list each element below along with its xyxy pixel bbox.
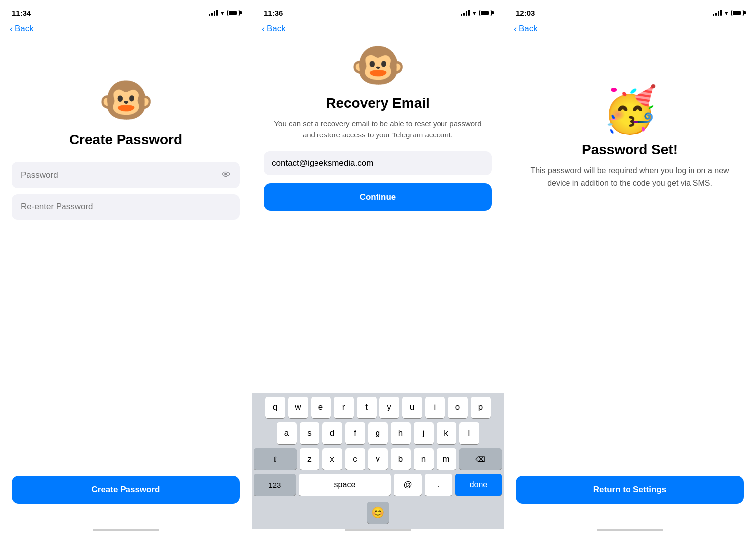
wifi-icon-3: ▾ [725, 9, 728, 17]
key-numbers[interactable]: 123 [254, 474, 296, 496]
keyboard-row-3: ⇧ z x c v b n m ⌫ [254, 448, 502, 470]
reenter-password-input[interactable] [21, 202, 231, 212]
wifi-icon-1: ▾ [221, 9, 224, 17]
status-bar-2: 11:36 ▾ [252, 0, 504, 22]
key-done[interactable]: done [455, 474, 502, 496]
battery-icon-3 [731, 10, 744, 16]
nav-bar-3: ‹ Back [504, 22, 756, 38]
screen1-create-password: 11:34 ▾ ‹ Back 🐵 Create Password 👁 Crea [0, 0, 252, 535]
key-k[interactable]: k [437, 422, 456, 444]
key-d[interactable]: d [322, 422, 342, 444]
key-e[interactable]: e [311, 397, 331, 418]
eye-icon[interactable]: 👁 [222, 170, 231, 180]
key-emoji[interactable]: 😊 [367, 502, 389, 524]
signal-icon-3 [713, 10, 722, 16]
key-n[interactable]: n [414, 448, 434, 470]
home-indicator-3 [597, 529, 663, 531]
back-label-3: Back [519, 24, 538, 34]
key-q[interactable]: q [265, 397, 285, 418]
status-bar-3: 12:03 ▾ [504, 0, 756, 22]
back-button-3[interactable]: ‹ Back [514, 24, 746, 34]
status-time-1: 11:34 [12, 9, 31, 17]
key-g[interactable]: g [368, 422, 388, 444]
key-p[interactable]: p [471, 397, 491, 418]
password-set-title: Password Set! [582, 142, 678, 158]
key-period[interactable]: . [425, 474, 452, 496]
keyboard-row-4: 123 space @ . done [254, 474, 502, 496]
status-time-3: 12:03 [516, 9, 535, 17]
monkey-emoji-2: 🐵 [350, 43, 406, 87]
recovery-email-title: Recovery Email [326, 95, 430, 111]
key-backspace[interactable]: ⌫ [459, 448, 502, 470]
key-m[interactable]: m [437, 448, 456, 470]
password-input[interactable] [21, 170, 222, 180]
home-indicator-1 [93, 529, 159, 531]
screen1-main-content: 🐵 Create Password 👁 Create Password [0, 38, 252, 529]
wifi-icon-2: ▾ [473, 9, 476, 17]
key-j[interactable]: j [414, 422, 434, 444]
key-f[interactable]: f [345, 422, 365, 444]
key-x[interactable]: x [322, 448, 342, 470]
status-icons-3: ▾ [713, 9, 744, 17]
recovery-email-description: You can set a recovery email to be able … [264, 118, 492, 140]
key-shift[interactable]: ⇧ [254, 448, 297, 470]
keyboard-row-1: q w e r t y u i o p [254, 397, 502, 418]
key-r[interactable]: r [334, 397, 354, 418]
nav-bar-1: ‹ Back [0, 22, 252, 38]
key-v[interactable]: v [368, 448, 388, 470]
key-w[interactable]: w [288, 397, 308, 418]
keyboard-bottom-row: 😊 [254, 500, 502, 527]
back-button-2[interactable]: ‹ Back [262, 24, 494, 34]
status-icons-1: ▾ [209, 9, 240, 17]
signal-icon-1 [209, 10, 218, 16]
screen2-main-content: 🐵 Recovery Email You can set a recovery … [252, 38, 504, 393]
email-input-field[interactable] [264, 151, 492, 175]
battery-icon-1 [227, 10, 240, 16]
keyboard: q w e r t y u i o p a s d f g h j k l ⇧ … [252, 393, 504, 529]
key-l[interactable]: l [459, 422, 479, 444]
back-label-1: Back [15, 24, 34, 34]
nav-bar-2: ‹ Back [252, 22, 504, 38]
home-indicator-2 [345, 529, 411, 531]
back-button-1[interactable]: ‹ Back [10, 24, 242, 34]
screen3-main-content: 🥳 Password Set! This password will be re… [504, 38, 756, 529]
key-i[interactable]: i [425, 397, 445, 418]
create-password-button[interactable]: Create Password [12, 476, 240, 504]
continue-button[interactable]: Continue [264, 183, 492, 211]
key-c[interactable]: c [345, 448, 365, 470]
key-u[interactable]: u [402, 397, 422, 418]
screen3-password-set: 12:03 ▾ ‹ Back 🥳 Password Set! This pass… [504, 0, 756, 535]
return-to-settings-button[interactable]: Return to Settings [516, 476, 744, 504]
battery-icon-2 [479, 10, 492, 16]
monkey-emoji-1: 🐵 [98, 77, 154, 122]
password-set-description: This password will be required when you … [516, 165, 744, 190]
key-h[interactable]: h [391, 422, 411, 444]
chevron-left-icon-2: ‹ [262, 24, 265, 33]
key-space[interactable]: space [299, 474, 391, 496]
key-s[interactable]: s [300, 422, 319, 444]
email-input[interactable] [272, 158, 484, 168]
reenter-password-field[interactable] [12, 194, 240, 220]
party-emoji: 🥳 [602, 87, 658, 132]
create-password-title: Create Password [69, 132, 182, 148]
key-o[interactable]: o [448, 397, 468, 418]
screen2-recovery-email: 11:36 ▾ ‹ Back 🐵 Recovery Email You can … [252, 0, 504, 535]
status-time-2: 11:36 [264, 9, 283, 17]
key-a[interactable]: a [277, 422, 297, 444]
chevron-left-icon-1: ‹ [10, 24, 13, 33]
key-b[interactable]: b [391, 448, 411, 470]
keyboard-row-2: a s d f g h j k l [254, 422, 502, 444]
chevron-left-icon-3: ‹ [514, 24, 517, 33]
status-bar-1: 11:34 ▾ [0, 0, 252, 22]
key-z[interactable]: z [300, 448, 319, 470]
key-at[interactable]: @ [394, 474, 422, 496]
back-label-2: Back [267, 24, 286, 34]
key-t[interactable]: t [357, 397, 377, 418]
signal-icon-2 [461, 10, 470, 16]
key-y[interactable]: y [379, 397, 399, 418]
password-field[interactable]: 👁 [12, 162, 240, 188]
status-icons-2: ▾ [461, 9, 492, 17]
